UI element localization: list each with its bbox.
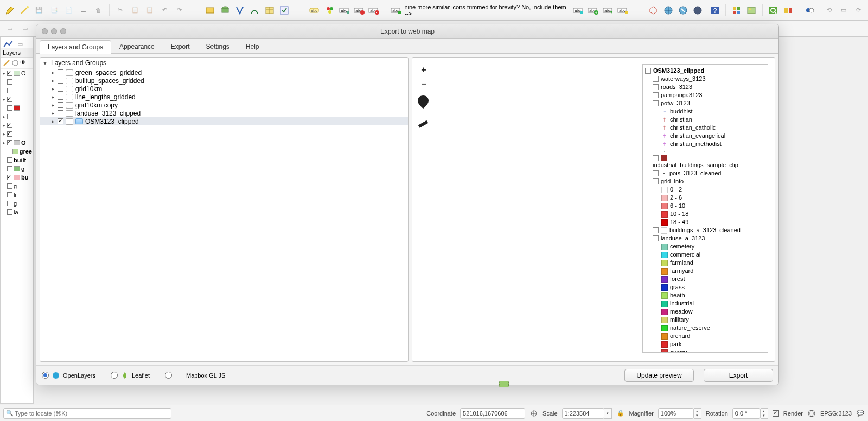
layer-checkbox[interactable] xyxy=(7,201,12,206)
minimize-window-icon[interactable] xyxy=(51,28,57,34)
legend-panel[interactable]: OSM3123_clippedwaterways_3123roads_3123p… xyxy=(642,64,768,353)
expander-icon[interactable]: ▸ xyxy=(50,118,55,124)
layer-checkbox[interactable] xyxy=(7,149,11,154)
legend-row[interactable]: 6 - 10 xyxy=(644,202,767,210)
layer-filter-icon[interactable] xyxy=(11,59,19,67)
geolocate-icon[interactable] xyxy=(418,95,429,109)
locator-search[interactable] xyxy=(3,408,171,419)
popup-checkbox[interactable] xyxy=(66,69,73,76)
popup-checkbox[interactable] xyxy=(66,110,73,117)
popup-checkbox[interactable] xyxy=(66,86,73,92)
layers-tree-panel[interactable]: ▾ Layers and Groups ▸green_spaces_gridde… xyxy=(40,57,409,362)
legend-row[interactable]: buildings_a_3123_cleaned xyxy=(644,226,767,234)
close-window-icon[interactable] xyxy=(42,28,48,34)
layer-checkbox[interactable] xyxy=(7,192,12,197)
abc-plus-icon[interactable]: abc+ xyxy=(587,4,599,17)
tab-layers-and-groups[interactable]: Layers and Groups xyxy=(40,40,111,54)
expander-icon[interactable]: ▸ xyxy=(50,110,55,116)
rotation-stepper[interactable]: ▴▾ xyxy=(761,408,768,419)
box-icon[interactable] xyxy=(204,4,216,17)
legend-checkbox[interactable] xyxy=(653,178,659,184)
tree-item-OSM3123_clipped[interactable]: ▸OSM3123_clipped xyxy=(40,117,408,125)
legend-row[interactable]: military xyxy=(644,316,767,324)
visibility-checkbox[interactable] xyxy=(58,118,63,124)
layer-checkbox[interactable] xyxy=(7,105,12,111)
radio-icon[interactable] xyxy=(111,372,118,379)
layer-checkbox[interactable] xyxy=(7,157,12,163)
layer-row[interactable]: g xyxy=(1,164,33,173)
legend-row[interactable]: ✝christian_catholic xyxy=(644,124,767,132)
layer-checkbox[interactable] xyxy=(7,114,12,119)
visibility-checkbox[interactable] xyxy=(58,86,63,92)
collapse-icon[interactable]: ▾ xyxy=(43,59,49,67)
legend-row[interactable]: park xyxy=(644,340,767,348)
legend-checkbox[interactable] xyxy=(653,170,659,176)
export-button[interactable]: Export xyxy=(704,369,773,382)
crs-icon[interactable] xyxy=(807,409,816,418)
legend-row[interactable]: landuse_a_3123 xyxy=(644,234,767,243)
legend-checkbox[interactable] xyxy=(653,227,659,233)
layer-checkbox[interactable] xyxy=(7,183,12,189)
image-icon[interactable] xyxy=(745,4,757,17)
attr-table-icon[interactable] xyxy=(263,4,276,17)
legend-row[interactable] xyxy=(644,155,767,161)
visibility-checkbox[interactable] xyxy=(58,78,63,84)
popup-checkbox[interactable] xyxy=(66,78,73,84)
legend-row[interactable]: forest xyxy=(644,275,767,283)
tree-item-grid10km[interactable]: ▸grid10km xyxy=(40,85,408,93)
legend-row[interactable]: grass xyxy=(644,283,767,291)
coord-toggle-icon[interactable] xyxy=(529,409,538,418)
engine-radio-leaflet[interactable]: Leaflet xyxy=(111,372,150,379)
three-circles-icon[interactable] xyxy=(323,4,336,17)
layer-checkbox[interactable] xyxy=(7,71,12,76)
legend-row[interactable]: commercial xyxy=(644,251,767,259)
popup-checkbox[interactable] xyxy=(66,102,73,109)
path-icon[interactable] xyxy=(248,4,261,17)
legend-row[interactable]: 10 - 18 xyxy=(644,210,767,218)
legend-row[interactable]: industrial xyxy=(644,299,767,308)
layer-eye-icon[interactable]: 👁 xyxy=(20,59,28,67)
tree-item-line_lengths_gridded[interactable]: ▸line_lengths_gridded xyxy=(40,93,408,101)
layer-checkbox[interactable] xyxy=(7,175,12,180)
legend-row[interactable]: nature_reserve xyxy=(644,324,767,332)
abc-down-icon[interactable]: abc xyxy=(602,4,614,17)
layer-row[interactable] xyxy=(1,78,33,86)
legend-row[interactable]: •pois_3123_cleaned xyxy=(644,169,767,177)
legend-row[interactable]: grid_info xyxy=(644,177,767,186)
measure-icon[interactable] xyxy=(417,117,429,129)
layer-checkbox[interactable] xyxy=(7,209,12,215)
legend-checkbox[interactable] xyxy=(653,235,659,241)
legend-checkbox[interactable] xyxy=(653,76,659,82)
magnifier-field[interactable]: 100% xyxy=(658,408,694,419)
abc-tag-icon[interactable]: abc xyxy=(309,4,321,17)
legend-title-row[interactable]: OSM3123_clipped xyxy=(644,67,767,75)
layer-row[interactable] xyxy=(1,86,33,95)
abc-block-icon[interactable]: abc xyxy=(338,4,350,17)
expander-icon[interactable]: ▸ xyxy=(50,69,55,75)
messages-icon[interactable]: 💬 xyxy=(856,409,865,418)
color-selector-icon[interactable] xyxy=(803,4,816,17)
abc-cyan-icon[interactable]: abc xyxy=(572,4,584,17)
visibility-checkbox[interactable] xyxy=(58,102,63,108)
coord-field[interactable]: 521016,1670606 xyxy=(460,408,525,419)
popup-checkbox[interactable] xyxy=(66,118,73,125)
legend-row[interactable]: ⸸buddhist xyxy=(644,107,767,116)
engine-radio-openlayers[interactable]: OpenLayers xyxy=(42,372,95,379)
expander-icon[interactable]: ▸ xyxy=(50,102,55,108)
layer-row[interactable]: ▸O xyxy=(1,138,33,147)
legend-row[interactable]: farmland xyxy=(644,259,767,267)
legend-row[interactable]: ✝christian xyxy=(644,116,767,124)
legend-checkbox[interactable] xyxy=(653,155,659,161)
tree-header[interactable]: ▾ Layers and Groups xyxy=(40,58,408,68)
formula-icon[interactable] xyxy=(233,4,246,17)
engine-radio-mapbox[interactable]: Mapbox GL JS xyxy=(165,372,225,379)
layer-checkbox[interactable] xyxy=(7,88,12,93)
legend-row[interactable]: pampanga3123 xyxy=(644,91,767,99)
legend-row[interactable]: · xyxy=(644,148,767,155)
layer-row[interactable]: li xyxy=(1,190,33,199)
radio-icon[interactable] xyxy=(165,372,172,379)
legend-row[interactable]: farmyard xyxy=(644,267,767,275)
layer-row[interactable]: ▸ xyxy=(1,121,33,130)
legend-row[interactable]: roads_3123 xyxy=(644,83,767,91)
expander-icon[interactable]: ▸ xyxy=(50,94,55,100)
